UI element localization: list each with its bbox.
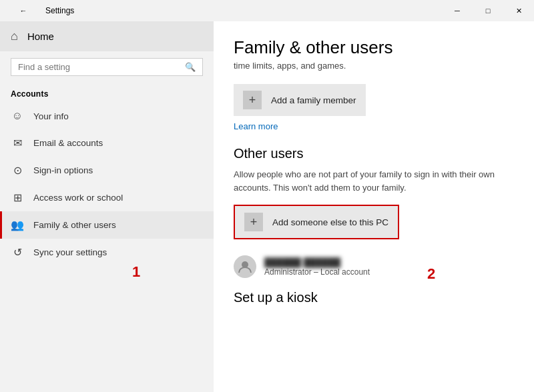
learn-more-link[interactable]: Learn more — [234, 121, 278, 131]
add-other-label: Add someone else to this PC — [272, 217, 388, 227]
add-family-plus-icon: + — [243, 91, 262, 109]
sync-icon: ↺ — [11, 246, 24, 259]
search-icon: 🔍 — [185, 62, 196, 72]
annotation-2: 2 — [427, 265, 435, 283]
add-other-button[interactable]: + Add someone else to this PC — [234, 205, 399, 239]
title-bar-title: Settings — [45, 6, 74, 15]
your-info-icon: ☺ — [11, 110, 24, 122]
search-input[interactable] — [18, 62, 181, 72]
user-avatar — [234, 255, 256, 278]
page-title: Family & other users — [234, 37, 514, 58]
sidebar-item-sync[interactable]: ↺ Sync your settings — [0, 239, 214, 266]
sidebar-item-label-work: Access work or school — [33, 193, 123, 203]
sidebar-item-email[interactable]: ✉ Email & accounts — [0, 129, 214, 157]
add-family-button[interactable]: + Add a family member — [234, 84, 366, 116]
user-item: ██████ ██████ Administrator – Local acco… — [234, 250, 514, 283]
signin-icon: ⊙ — [11, 164, 24, 177]
sidebar-item-work[interactable]: ⊞ Access work or school — [0, 184, 214, 211]
minimize-button[interactable]: ─ — [442, 0, 473, 21]
sidebar-item-label-email: Email & accounts — [33, 138, 103, 148]
sidebar-item-signin[interactable]: ⊙ Sign-in options — [0, 157, 214, 184]
other-users-title: Other users — [234, 146, 514, 161]
sidebar-item-home[interactable]: ⌂ Home — [0, 21, 214, 51]
add-other-plus-icon: + — [244, 213, 263, 231]
user-role: Administrator – Local account — [264, 267, 370, 277]
search-box[interactable]: 🔍 — [11, 58, 203, 76]
sidebar-item-family[interactable]: 👥 Family & other users — [0, 211, 214, 239]
app-container: ⌂ Home 🔍 Accounts ☺ Your info ✉ Email & … — [0, 21, 534, 392]
add-family-label: Add a family member — [271, 95, 356, 105]
main-content: Family & other users time limits, apps, … — [214, 21, 534, 392]
annotation-1: 1 — [132, 263, 140, 281]
title-bar-controls: ─ □ ✕ — [442, 0, 534, 21]
sidebar-item-label-family: Family & other users — [33, 220, 116, 230]
work-icon: ⊞ — [11, 191, 24, 204]
user-info: ██████ ██████ Administrator – Local acco… — [264, 257, 370, 277]
close-button[interactable]: ✕ — [503, 0, 534, 21]
back-button[interactable]: ← — [8, 0, 39, 21]
other-users-desc: Allow people who are not part of your fa… — [234, 168, 514, 194]
accounts-section-label: Accounts — [0, 83, 214, 103]
home-label: Home — [27, 31, 54, 42]
sidebar: ⌂ Home 🔍 Accounts ☺ Your info ✉ Email & … — [0, 21, 214, 392]
sidebar-item-label-sync: Sync your settings — [33, 247, 107, 257]
title-bar: ← Settings ─ □ ✕ — [0, 0, 534, 21]
sidebar-item-your-info[interactable]: ☺ Your info — [0, 103, 214, 129]
title-bar-left: ← Settings — [8, 0, 74, 21]
home-icon: ⌂ — [11, 29, 18, 43]
maximize-button[interactable]: □ — [473, 0, 503, 21]
sidebar-item-label-your-info: Your info — [33, 111, 69, 121]
back-icon: ← — [20, 7, 27, 15]
email-icon: ✉ — [11, 137, 24, 149]
sidebar-item-label-signin: Sign-in options — [33, 165, 93, 175]
kiosk-title: Set up a kiosk — [234, 290, 514, 305]
user-name: ██████ ██████ — [264, 257, 370, 267]
family-icon: 👥 — [11, 219, 24, 231]
page-subtitle: time limits, apps, and games. — [234, 61, 514, 71]
